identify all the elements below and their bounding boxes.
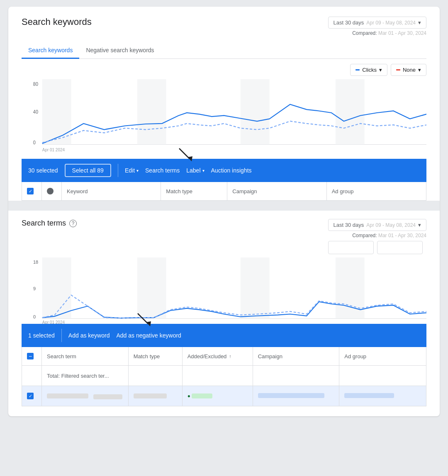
clicks-button[interactable]: Clicks ▾ xyxy=(350,64,387,76)
page-header: Search keywords Last 30 days Apr 09 - Ma… xyxy=(22,17,426,36)
arrow-annotation-1 xyxy=(167,146,200,163)
table1-col-ad-group[interactable]: Ad group xyxy=(327,182,426,200)
svg-marker-21 xyxy=(146,321,151,326)
table2-total-campaign xyxy=(253,366,340,386)
action-bar-2: 1 selected Add as keyword Add as negativ… xyxy=(22,324,426,347)
search-terms-date-section: Last 30 days Apr 09 - May 08, 2024 ▾ Com… xyxy=(328,219,426,254)
none-button[interactable]: None ▾ xyxy=(391,64,426,76)
help-icon[interactable]: ? xyxy=(69,220,77,227)
table2-row-checkbox[interactable] xyxy=(27,393,34,399)
clicks-label: Clicks xyxy=(362,67,377,73)
compared-label: Compared: xyxy=(352,30,377,36)
selected-count-1: 30 selected xyxy=(28,167,58,174)
select-all-button[interactable]: Select all 89 xyxy=(65,164,111,177)
table2-total-checkbox-cell xyxy=(22,366,42,386)
table1-col-checkbox xyxy=(22,182,42,200)
action-bar-divider-1 xyxy=(118,164,118,177)
none-line-icon xyxy=(396,69,400,70)
svg-text:9: 9 xyxy=(33,286,36,291)
selected-count-2: 1 selected xyxy=(28,332,55,339)
add-negative-keyword-button[interactable]: Add as negative keyword xyxy=(116,332,181,339)
blurred-added-value xyxy=(192,393,212,398)
tab-search-keywords[interactable]: Search keywords xyxy=(22,43,79,59)
chart1-controls: Clicks ▾ None ▾ xyxy=(22,64,426,76)
blurred-campaign-link[interactable] xyxy=(258,393,324,399)
check-icon: ● xyxy=(187,393,190,399)
svg-text:18: 18 xyxy=(33,260,38,265)
auction-insights-button[interactable]: Auction insights xyxy=(211,167,252,174)
table1-col-match-type[interactable]: Match type xyxy=(161,182,227,200)
svg-rect-4 xyxy=(42,79,71,145)
table2-row-match-type xyxy=(129,386,183,406)
action-bar-divider-2 xyxy=(61,329,62,342)
table2-col-search-term[interactable]: Search term xyxy=(42,347,129,365)
none-label: None xyxy=(403,67,416,73)
section-gap xyxy=(8,201,440,211)
table1-col-dot xyxy=(42,182,62,200)
blurred-campaign xyxy=(258,393,324,398)
chart1-svg: 80 40 0 Apr 01 2024 xyxy=(22,79,426,154)
svg-text:40: 40 xyxy=(33,109,39,115)
clicks-chevron-icon: ▾ xyxy=(379,67,382,73)
clicks-line-icon xyxy=(355,69,360,70)
table2-header: Search term Match type Added/Excluded ↑ … xyxy=(22,347,426,366)
select-all-checkbox[interactable] xyxy=(27,188,34,194)
label-chevron-icon: ▾ xyxy=(202,168,205,173)
st-metric2-button[interactable] xyxy=(377,241,423,254)
add-keyword-button[interactable]: Add as keyword xyxy=(68,332,110,339)
table2-total-match-type xyxy=(129,366,183,386)
table2-col-added-excluded[interactable]: Added/Excluded ↑ xyxy=(183,347,253,365)
table2-col-checkbox xyxy=(22,347,42,365)
date-range-value: Apr 09 - May 08, 2024 xyxy=(366,20,416,26)
blurred-adgroup-link[interactable] xyxy=(344,393,394,399)
blurred-adgroup xyxy=(344,393,394,398)
table2-col-match-type[interactable]: Match type xyxy=(129,347,183,365)
main-container: Search keywords Last 30 days Apr 09 - Ma… xyxy=(8,7,440,416)
table2-total-added xyxy=(183,366,253,386)
page-title: Search keywords xyxy=(22,17,92,27)
chart1-svg-container: 80 40 0 Apr 01 2024 xyxy=(22,79,426,154)
chart2-svg-container: 18 9 0 Apr 01 2024 xyxy=(22,257,426,324)
table2-select-all-checkbox[interactable] xyxy=(27,353,34,359)
date-range-section: Last 30 days Apr 09 - May 08, 2024 ▾ Com… xyxy=(328,17,426,36)
action-bar-2-wrapper: 1 selected Add as keyword Add as negativ… xyxy=(22,324,426,347)
date-range-label: Last 30 days xyxy=(334,19,364,26)
table1-col-keyword[interactable]: Keyword xyxy=(62,182,161,200)
blurred-match-type xyxy=(134,393,167,398)
table2-row-checkbox-cell xyxy=(22,386,42,406)
none-chevron-icon: ▾ xyxy=(418,67,421,73)
blurred-search-term xyxy=(47,393,88,398)
svg-rect-6 xyxy=(241,79,270,145)
edit-button[interactable]: Edit ▾ xyxy=(125,167,139,174)
st-metric1-button[interactable] xyxy=(328,241,374,254)
compared-section: Compared: Mar 01 - Apr 30, 2024 xyxy=(328,30,426,36)
action-bar-1: 30 selected Select all 89 Edit ▾ Search … xyxy=(22,159,426,182)
table2-total-ad-group xyxy=(339,366,426,386)
table2-total-row: Total: Filtered search ter... xyxy=(22,366,426,386)
chevron-down-icon: ▾ xyxy=(418,19,421,26)
svg-text:Apr 01 2024: Apr 01 2024 xyxy=(42,320,65,324)
table1-col-campaign[interactable]: Campaign xyxy=(227,182,326,200)
blurred-search-term-2 xyxy=(93,394,122,399)
added-badge: ● xyxy=(187,393,212,399)
st-chevron-icon: ▾ xyxy=(418,222,421,228)
svg-rect-17 xyxy=(241,257,270,318)
svg-text:80: 80 xyxy=(33,81,39,87)
label-button[interactable]: Label ▾ xyxy=(186,167,204,174)
table2-col-ad-group[interactable]: Ad group xyxy=(339,347,426,365)
tab-negative-search-keywords[interactable]: Negative search keywords xyxy=(79,43,161,59)
table2-total-label: Total: Filtered search ter... xyxy=(42,366,129,386)
edit-chevron-icon: ▾ xyxy=(136,168,139,173)
status-dot[interactable] xyxy=(47,188,54,194)
search-terms-date-button[interactable]: Last 30 days Apr 09 - May 08, 2024 ▾ xyxy=(328,219,426,231)
table1-header: Keyword Match type Campaign Ad group xyxy=(22,182,426,201)
svg-text:0: 0 xyxy=(33,140,36,146)
table2-data-row: ● xyxy=(22,386,426,406)
table2-col-campaign[interactable]: Campaign xyxy=(253,347,340,365)
chart1-area: Clicks ▾ None ▾ 80 40 0 xyxy=(22,59,426,159)
search-terms-button[interactable]: Search terms xyxy=(145,167,180,174)
table2-row-ad-group xyxy=(339,386,426,406)
date-range-button[interactable]: Last 30 days Apr 09 - May 08, 2024 ▾ xyxy=(328,17,426,29)
svg-rect-15 xyxy=(42,257,71,318)
search-terms-header: Search terms ? Last 30 days Apr 09 - May… xyxy=(22,219,426,254)
